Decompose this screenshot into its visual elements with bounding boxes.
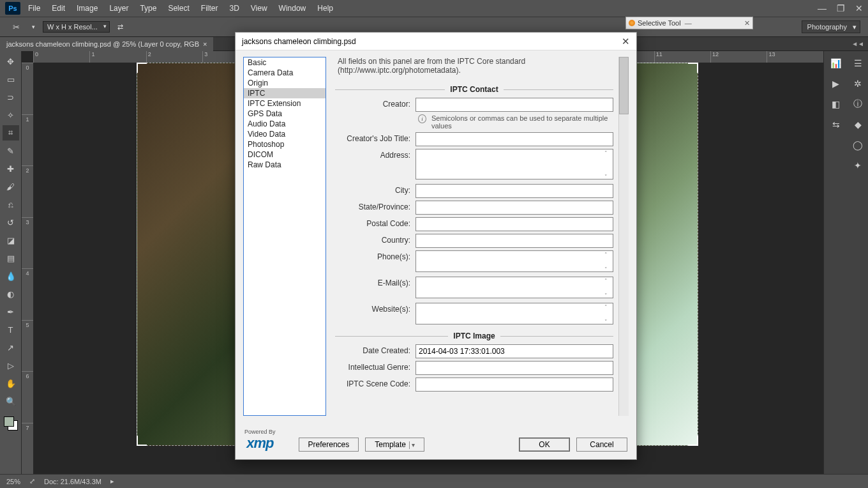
category-list[interactable]: Basic Camera Data Origin IPTC IPTC Exten…: [243, 57, 326, 416]
chevron-up-icon[interactable]: ˄: [604, 252, 612, 258]
scene-input[interactable]: [415, 377, 613, 392]
category-camera-data[interactable]: Camera Data: [244, 68, 326, 78]
marquee-tool-icon[interactable]: ▭: [3, 72, 19, 87]
crop-handle-br[interactable]: [688, 436, 698, 446]
category-basic[interactable]: Basic: [244, 57, 326, 68]
crop-ratio-dropdown[interactable]: W x H x Resol...: [43, 21, 110, 33]
city-input[interactable]: [415, 184, 613, 198]
window-minimize-icon[interactable]: —: [818, 3, 827, 13]
workspace-switcher[interactable]: Photography: [802, 20, 860, 33]
creator-input[interactable]: [415, 98, 613, 112]
color-swatches[interactable]: [4, 416, 18, 431]
menu-type[interactable]: Type: [140, 4, 156, 13]
menu-window[interactable]: Window: [279, 4, 306, 13]
brush-panel-icon[interactable]: ✲: [851, 77, 865, 91]
postal-input[interactable]: [415, 217, 613, 231]
category-photoshop[interactable]: Photoshop: [244, 139, 326, 149]
histogram-panel-icon[interactable]: 📊: [829, 56, 843, 70]
genre-input[interactable]: [415, 361, 613, 375]
channels-panel-icon[interactable]: ◯: [851, 138, 865, 152]
document-tab[interactable]: jacksons chameleon climbing.psd @ 25% (L…: [0, 37, 213, 51]
address-input[interactable]: [415, 149, 613, 179]
tab-overflow-icon[interactable]: ◄◄: [851, 40, 868, 47]
swap-panel-icon[interactable]: ⇆: [829, 118, 843, 132]
chevron-down-icon[interactable]: ˅: [604, 293, 612, 299]
palette-minimize-icon[interactable]: —: [685, 19, 692, 27]
foreground-color-swatch[interactable]: [4, 416, 14, 427]
phone-input[interactable]: [415, 250, 613, 272]
direct-select-tool-icon[interactable]: ▷: [3, 358, 19, 373]
healing-brush-tool-icon[interactable]: ✚: [3, 161, 19, 176]
chevron-up-icon[interactable]: ˄: [604, 278, 612, 284]
window-close-icon[interactable]: ✕: [855, 3, 863, 13]
website-input[interactable]: [415, 303, 613, 324]
eyedropper-tool-icon[interactable]: ✎: [3, 143, 19, 158]
blur-tool-icon[interactable]: 💧: [3, 268, 19, 284]
menu-view[interactable]: View: [251, 4, 267, 13]
chevron-down-icon[interactable]: ˅: [604, 266, 612, 273]
lasso-tool-icon[interactable]: ⊃: [3, 89, 19, 105]
chevron-down-icon[interactable]: ˅: [604, 319, 612, 325]
menu-filter[interactable]: Filter: [201, 4, 218, 13]
stamp-tool-icon[interactable]: ⎌: [3, 197, 19, 212]
menu-help[interactable]: Help: [317, 4, 333, 13]
expand-icon[interactable]: ⤢: [29, 477, 35, 485]
swap-dimensions-icon[interactable]: ⇄: [117, 23, 123, 31]
brush-tool-icon[interactable]: 🖌: [3, 179, 19, 194]
email-input[interactable]: [415, 277, 613, 298]
menu-image[interactable]: Image: [77, 4, 98, 13]
menu-edit[interactable]: Edit: [52, 4, 65, 13]
crop-handle-tl[interactable]: [137, 63, 147, 73]
state-input[interactable]: [415, 201, 613, 215]
category-gps-data[interactable]: GPS Data: [244, 109, 326, 119]
menu-file[interactable]: File: [28, 4, 40, 13]
category-iptc[interactable]: IPTC: [244, 88, 326, 98]
menu-3d[interactable]: 3D: [229, 4, 239, 13]
category-audio-data[interactable]: Audio Data: [244, 119, 326, 129]
preferences-button[interactable]: Preferences: [299, 438, 359, 452]
chevron-up-icon[interactable]: ˄: [604, 150, 612, 156]
paths-panel-icon[interactable]: ✦: [851, 158, 865, 172]
category-video-data[interactable]: Video Data: [244, 129, 326, 139]
hand-tool-icon[interactable]: ✋: [3, 376, 19, 391]
category-dicom[interactable]: DICOM: [244, 149, 326, 160]
chevron-up-icon[interactable]: ˄: [604, 304, 612, 310]
category-iptc-extension[interactable]: IPTC Extension: [244, 98, 326, 109]
info-panel-icon[interactable]: ⓘ: [851, 97, 865, 111]
crop-handle-tr[interactable]: [688, 63, 698, 73]
menu-select[interactable]: Select: [168, 4, 189, 13]
pen-tool-icon[interactable]: ✒: [3, 304, 19, 319]
adjustments-panel-icon[interactable]: ◧: [829, 97, 843, 111]
status-menu-icon[interactable]: ▸: [110, 477, 114, 485]
libraries-panel-icon[interactable]: ☰: [851, 56, 865, 70]
country-input[interactable]: [415, 234, 613, 248]
dodge-tool-icon[interactable]: ◐: [3, 286, 19, 301]
document-tab-close-icon[interactable]: ×: [203, 40, 207, 48]
form-scrollbar[interactable]: [618, 57, 629, 416]
crop-tool-icon[interactable]: ⌗: [3, 125, 19, 141]
type-tool-icon[interactable]: T: [3, 322, 19, 337]
cancel-button[interactable]: Cancel: [576, 438, 627, 452]
datecreated-input[interactable]: [415, 344, 613, 358]
move-tool-icon[interactable]: ✥: [3, 54, 19, 69]
gradient-tool-icon[interactable]: ▤: [3, 250, 19, 266]
category-raw-data[interactable]: Raw Data: [244, 160, 326, 170]
path-tool-icon[interactable]: ↗: [3, 340, 19, 355]
menu-layer[interactable]: Layer: [109, 4, 128, 13]
window-restore-icon[interactable]: ❐: [837, 3, 845, 13]
category-origin[interactable]: Origin: [244, 78, 326, 88]
zoom-level[interactable]: 25%: [6, 478, 20, 485]
crop-handle-bl[interactable]: [137, 436, 147, 446]
palette-close-icon[interactable]: ✕: [744, 19, 750, 27]
history-brush-tool-icon[interactable]: ↺: [3, 215, 19, 230]
jobtitle-input[interactable]: [415, 132, 613, 146]
ok-button[interactable]: OK: [519, 438, 570, 452]
scrollbar-thumb[interactable]: [619, 57, 629, 114]
magic-wand-tool-icon[interactable]: ✧: [3, 107, 19, 123]
chevron-down-icon[interactable]: ˅: [604, 174, 612, 180]
eraser-tool-icon[interactable]: ◪: [3, 233, 19, 248]
play-panel-icon[interactable]: ▶: [829, 77, 843, 91]
dialog-close-icon[interactable]: ✕: [622, 36, 630, 47]
zoom-tool-icon[interactable]: 🔍: [3, 393, 19, 409]
layers-panel-icon[interactable]: ◆: [851, 118, 865, 132]
